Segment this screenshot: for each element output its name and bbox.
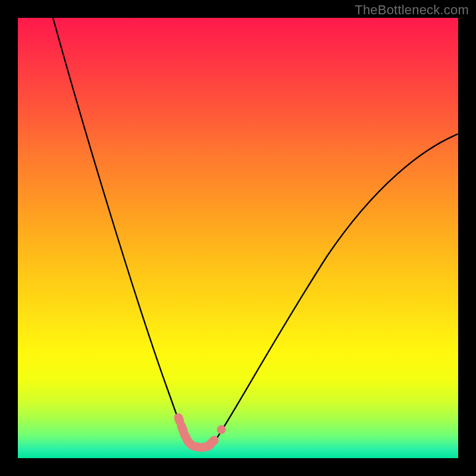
curve-layer bbox=[18, 18, 458, 458]
marker-right-dot bbox=[217, 425, 226, 434]
svg-line-1 bbox=[181, 426, 183, 431]
svg-line-0 bbox=[178, 418, 180, 421]
svg-line-6 bbox=[209, 440, 214, 445]
marker-left-cluster bbox=[178, 418, 214, 447]
chart-frame: TheBottleneck.com bbox=[0, 0, 476, 476]
plot-area bbox=[18, 18, 458, 458]
watermark-text: TheBottleneck.com bbox=[355, 2, 469, 18]
curve-left-branch bbox=[53, 18, 187, 444]
curve-right-branch bbox=[213, 134, 458, 444]
